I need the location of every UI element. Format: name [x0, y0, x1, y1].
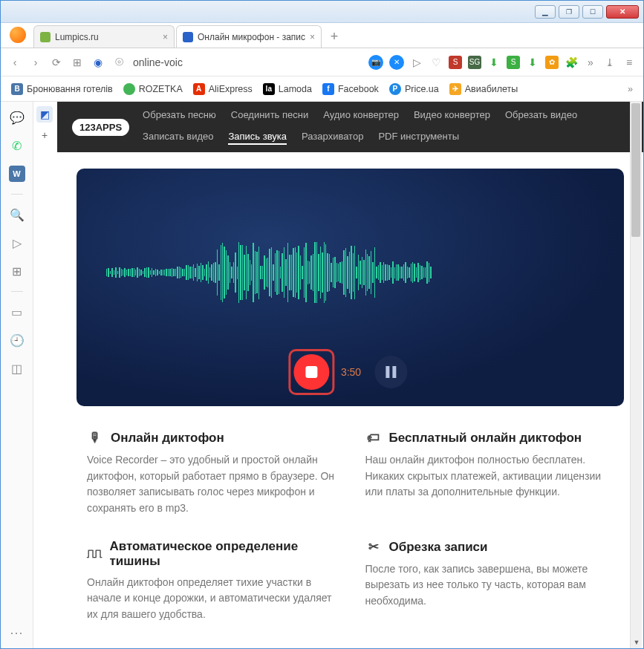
bookmark-item[interactable]: ROZETKA — [123, 83, 183, 95]
bookmark-icon: la — [263, 83, 275, 95]
window-titlebar — [1, 1, 643, 23]
bookmarks-more-button[interactable]: » — [628, 84, 633, 94]
tab-close-button[interactable]: × — [163, 32, 168, 42]
pause-button[interactable] — [374, 356, 407, 388]
recorder-controls: 3:50 — [293, 354, 407, 390]
bookmark-icon: A — [193, 83, 205, 95]
url-toolbar: ‹ › ⟳ ⊞ ◉ ⦾ online-voic 📷 ✕ ▷ ♡ S SG ⬇ S… — [1, 48, 643, 76]
vpn-icon[interactable]: ⦾ — [112, 56, 126, 69]
send-icon[interactable]: ▷ — [9, 235, 25, 251]
feature-title: Онлайн диктофон — [111, 431, 224, 446]
speed-dial-icon[interactable]: ⊞ — [9, 263, 25, 279]
nav-link[interactable]: Обрезать песню — [143, 109, 216, 120]
waveform-icon: ⎍⎍ — [87, 546, 102, 562]
workspace-tab[interactable]: ◩ — [36, 106, 53, 123]
history-icon[interactable]: 🕘 — [9, 332, 25, 348]
bookmark-label: AliExpress — [209, 84, 253, 94]
scrollbar[interactable]: ▲ ▼ — [630, 102, 642, 648]
workspace-add-button[interactable]: + — [36, 127, 53, 143]
feature-text: Онлайн диктофон определяет тихие участки… — [87, 575, 336, 623]
scissors-icon: ✂ — [365, 539, 382, 555]
workspace-tabs: ◩ + — [36, 106, 53, 143]
browser-tab[interactable]: Онлайн микрофон - запис × — [176, 25, 322, 48]
speed-dial-button[interactable]: ⊞ — [71, 56, 84, 69]
nav-link[interactable]: Соединить песни — [231, 109, 308, 120]
news-icon[interactable]: ▭ — [9, 304, 25, 320]
address-field[interactable]: online-voic — [133, 56, 183, 68]
scroll-down-arrow[interactable]: ▼ — [631, 636, 643, 648]
bookmark-icon: P — [389, 83, 401, 95]
window-close-button[interactable] — [606, 5, 639, 19]
feature-title: Автоматическое определение тишины — [109, 539, 335, 569]
package-icon[interactable]: ◫ — [9, 360, 25, 376]
extension-icon[interactable]: S — [449, 56, 462, 69]
nav-link[interactable]: Записать видео — [143, 131, 213, 145]
extension-icon[interactable]: S — [507, 56, 520, 69]
bookmark-item[interactable]: ✈Авиабилеты — [449, 83, 518, 95]
window-maximize-button[interactable] — [582, 5, 603, 19]
search-icon[interactable]: 🔍 — [9, 206, 25, 223]
nav-link[interactable]: Видео конвертер — [414, 109, 490, 120]
nav-link[interactable]: PDF инструменты — [378, 131, 459, 145]
camera-icon[interactable]: 📷 — [368, 55, 383, 70]
new-tab-button[interactable]: + — [325, 27, 344, 46]
feature-card: 🏷Бесплатный онлайн диктофон Наш онлайн д… — [365, 430, 614, 517]
scroll-thumb[interactable] — [631, 103, 640, 237]
vk-icon[interactable]: W — [9, 166, 25, 182]
site-info-icon[interactable]: ◉ — [91, 56, 105, 69]
extension-icon[interactable]: ✕ — [389, 55, 404, 70]
heart-icon[interactable]: ♡ — [429, 56, 443, 69]
site-logo[interactable]: 123APPS — [72, 119, 129, 136]
extension-icon[interactable]: ⬇ — [526, 56, 539, 69]
opera-sidebar: 💬 ✆ W 🔍 ▷ ⊞ ▭ 🕘 ◫ ⋯ — [1, 102, 33, 648]
back-button[interactable]: ‹ — [8, 56, 22, 69]
whatsapp-icon[interactable]: ✆ — [9, 137, 25, 154]
nav-link-active[interactable]: Запись звука — [228, 131, 287, 145]
extension-icon[interactable]: SG — [468, 56, 481, 69]
forward-button[interactable]: › — [29, 56, 42, 69]
stop-record-button[interactable] — [293, 354, 329, 390]
nav-link[interactable]: Аудио конвертер — [323, 109, 399, 120]
feature-text: Voice Recorder – это удобный и простой о… — [87, 452, 336, 517]
send-icon[interactable]: ▷ — [410, 56, 423, 69]
reload-button[interactable]: ⟳ — [50, 56, 63, 69]
window-restore-button[interactable] — [559, 5, 579, 19]
bookmark-item[interactable]: fFacebook — [322, 83, 379, 95]
feature-card: 🎙Онлайн диктофон Voice Recorder – это уд… — [87, 430, 336, 517]
opera-menu-button[interactable] — [10, 27, 26, 43]
bookmark-label: Lamoda — [279, 84, 312, 94]
favicon-icon — [183, 32, 193, 42]
recorder-panel: 3:50 — [77, 169, 624, 406]
tab-close-button[interactable]: × — [310, 32, 315, 42]
bookmark-icon: B — [11, 83, 23, 95]
messenger-icon[interactable]: 💬 — [9, 109, 25, 125]
tab-title: Онлайн микрофон - запис — [198, 32, 305, 42]
page-content: ◩ + 123APPS Обрезать песню Соединить пес… — [33, 102, 643, 648]
bookmark-item[interactable]: laLamoda — [263, 83, 312, 95]
bookmark-item[interactable]: AAliExpress — [193, 83, 253, 95]
bookmark-item[interactable]: BБронювання готелів — [11, 83, 113, 95]
bookmarks-bar: BБронювання готелів ROZETKA AAliExpress … — [1, 76, 643, 102]
downloads-icon[interactable]: ⤓ — [603, 56, 617, 69]
bookmark-icon: ✈ — [449, 83, 461, 95]
tab-title: Lumpics.ru — [55, 32, 158, 42]
nav-link[interactable]: Обрезать видео — [505, 109, 577, 120]
bookmark-label: Бронювання готелів — [27, 84, 113, 94]
bookmark-label: Авиабилеты — [465, 84, 518, 94]
bookmark-item[interactable]: PPrice.ua — [389, 83, 439, 95]
extension-icon[interactable]: ✿ — [545, 56, 559, 69]
more-icon[interactable]: » — [584, 56, 597, 69]
bookmark-icon — [123, 83, 135, 95]
browser-body: 💬 ✆ W 🔍 ▷ ⊞ ▭ 🕘 ◫ ⋯ ◩ + 123APPS Обрезать… — [1, 102, 643, 648]
sidebar-more-button[interactable]: ⋯ — [10, 624, 25, 641]
extensions-menu-icon[interactable]: 🧩 — [565, 56, 578, 69]
easy-setup-icon[interactable]: ≡ — [622, 56, 636, 69]
feature-title: Бесплатный онлайн диктофон — [389, 431, 582, 446]
download-arrow-icon[interactable]: ⬇ — [487, 56, 501, 69]
window-minimize-button[interactable] — [535, 5, 556, 19]
browser-tabs-bar: Lumpics.ru × Онлайн микрофон - запис × + — [1, 23, 643, 48]
separator — [11, 194, 23, 195]
browser-tab[interactable]: Lumpics.ru × — [33, 25, 175, 48]
nav-link[interactable]: Разархиватор — [302, 131, 363, 145]
features-grid: 🎙Онлайн диктофон Voice Recorder – это уд… — [57, 423, 643, 648]
